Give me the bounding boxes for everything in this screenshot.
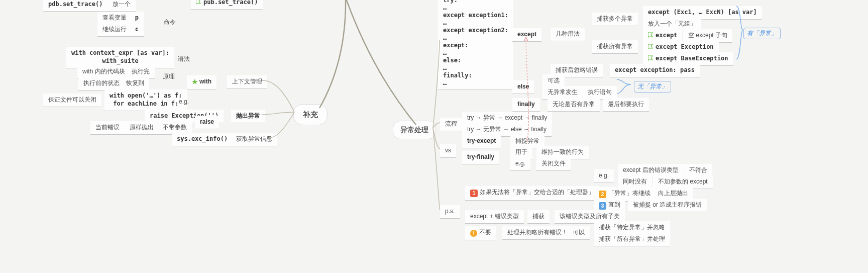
catch-multi: 捕获多个异常 — [592, 13, 638, 26]
syntax-label: 语法 — [173, 53, 195, 66]
command-label: 命令 — [159, 16, 181, 29]
try-except: try-except — [462, 135, 501, 148]
except-node: except — [512, 28, 541, 42]
else-node: else — [512, 80, 534, 94]
throw-exc: 抛出异常 — [231, 110, 265, 123]
flow: 流程 — [440, 118, 462, 131]
vs: vs — [440, 144, 456, 158]
star-icon: ★ — [192, 78, 198, 85]
raise-node: raise — [195, 116, 219, 129]
ps-row3-can: 可以 — [568, 226, 590, 240]
eg-finally: e.g. — [510, 157, 530, 171]
ps-row3-handle: 处理并忽略所有错误！ — [502, 226, 573, 240]
principle-label: 原理 — [158, 70, 180, 83]
ps-eg: e.g. — [594, 169, 614, 183]
exc-handling-hub: 异常处理 — [393, 121, 436, 139]
flag-icon — [648, 44, 654, 49]
ensure-close: 保证文件可以关闭 — [43, 94, 101, 107]
ps: p.s. — [440, 205, 460, 219]
try-block: try: … except exception1: … except excep… — [438, 0, 513, 90]
sys-exc-info: sys.exc_info() — [172, 133, 233, 146]
try-finally: try-finally — [462, 151, 499, 164]
throw-as-is: 原样抛出 — [125, 121, 159, 135]
ps-row1: 1如果无法将「异常」交给合适的「处理器」 — [465, 186, 599, 201]
ps-row3-dont: !不要 — [465, 226, 496, 240]
place-one: 放一个 — [107, 0, 136, 12]
get-exc-info: 获取异常信息 — [231, 133, 277, 146]
continue-run: 继续运行 c — [97, 23, 144, 37]
except-pass: except exception: pass — [610, 64, 700, 77]
close-file: 关闭文件 — [536, 157, 571, 171]
ps-caught-or: 被捕捉 or 造成主程序报错 — [628, 199, 707, 212]
ps-row3-c2: 捕获「所有异常」并处理 — [594, 233, 670, 246]
state-before-exec: 执行前的状态 恢复到 — [78, 77, 149, 90]
flag-icon — [196, 0, 201, 5]
with-node: ★with — [187, 75, 216, 90]
whether-exc: 无论是否有异常 — [548, 98, 600, 112]
badge-3: 3 — [599, 202, 606, 210]
eg-with: e.g. — [174, 96, 194, 109]
pdb-set-trace: pdb.set_trace() — [43, 0, 107, 12]
catch-all: 捕获所有异常 — [592, 40, 638, 54]
excl-icon: ! — [470, 230, 477, 237]
supplement-hub: 补充 — [293, 104, 328, 125]
badge-2: 2 — [599, 191, 606, 198]
ps-row2-l: except + 错误类型 — [465, 210, 524, 224]
no-exc-label: 无「异常」 — [634, 81, 671, 93]
pdb-set-trace-2: pub.set_trace() — [191, 0, 263, 10]
usages: 几种用法 — [551, 28, 585, 41]
flag-icon — [648, 32, 654, 38]
current-error: 当前错误 — [90, 121, 125, 135]
flag-icon — [648, 55, 654, 61]
ctx-mgr: 上下文管理 — [227, 75, 267, 89]
badge-1: 1 — [470, 190, 478, 197]
always-exec: 最后都要执行 — [603, 98, 649, 112]
has-exc-label: 有「异常」 — [743, 28, 781, 39]
finally-node: finally — [512, 98, 540, 112]
ps-row2-m: 捕获 — [527, 210, 550, 224]
